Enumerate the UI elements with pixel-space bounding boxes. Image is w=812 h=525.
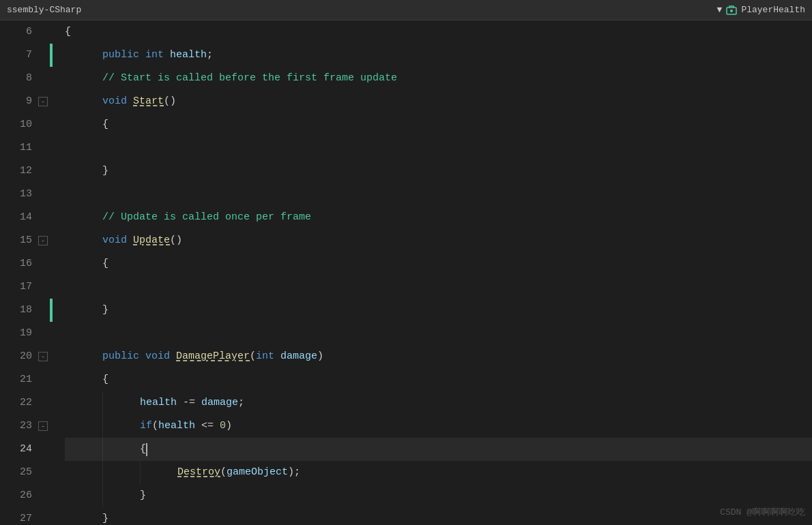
token-type: int [145, 44, 170, 67]
fold-indicator[interactable]: - [38, 345, 50, 368]
fold-indicator[interactable]: - [38, 90, 50, 113]
fold-indicator [38, 136, 50, 160]
token-punctuation: ; [207, 44, 213, 67]
line-number: 22 [0, 391, 32, 415]
code-line [65, 275, 812, 299]
line-number: 11 [0, 136, 32, 160]
token-keyword: public [102, 44, 145, 67]
line-number: 27 [0, 507, 32, 525]
token-punctuation: { [65, 20, 71, 44]
code-line: { [65, 368, 812, 391]
token-punctuation: } [140, 484, 146, 507]
dropdown-arrow[interactable]: ▼ [717, 5, 723, 15]
fold-indicator [38, 160, 50, 183]
token-operator: -= [177, 391, 201, 415]
token-keyword: void [145, 345, 176, 368]
token-keyword: public [102, 345, 145, 368]
code-area[interactable]: {public int health;// Start is called be… [65, 20, 812, 525]
code-line: public void DamagePlayer(int damage) [65, 345, 812, 368]
top-bar: ssembly-CSharp ▼ PlayerHealth [0, 0, 812, 20]
token-punctuation: ; [238, 391, 244, 415]
line-number: 8 [0, 67, 32, 90]
code-line: // Start is called before the first fram… [65, 67, 812, 90]
fold-indicators[interactable]: ---- [38, 20, 50, 525]
line-number: 21 [0, 368, 32, 391]
token-punctuation: () [170, 229, 182, 252]
line-number: 6 [0, 20, 32, 44]
code-line: { [65, 113, 812, 136]
token-variable: health [170, 44, 207, 67]
fold-indicator [38, 322, 50, 345]
fold-indicator [38, 438, 50, 461]
token-punctuation: { [102, 113, 108, 136]
token-punctuation: ( [152, 415, 158, 438]
editor-container: 6789101112131415161718192021222324252627… [0, 20, 812, 525]
code-line: } [65, 507, 812, 525]
line-number: 26 [0, 484, 32, 507]
token-punctuation: () [164, 90, 176, 113]
line-number: 23 [0, 415, 32, 438]
line-numbers: 6789101112131415161718192021222324252627… [0, 20, 38, 525]
token-variable: damage [201, 391, 238, 415]
text-cursor [146, 443, 147, 456]
fold-indicator [38, 484, 50, 507]
code-line: } [65, 484, 812, 507]
code-line: if(health <= 0) [65, 415, 812, 438]
fold-indicator [38, 368, 50, 391]
line-number: 25 [0, 461, 32, 484]
code-line: { [65, 438, 812, 461]
token-number: 0 [220, 415, 226, 438]
token-variable: damage [280, 345, 317, 368]
code-line: { [65, 252, 812, 275]
token-variable: gameObject [227, 461, 288, 484]
file-path: ssembly-CSharp [7, 5, 81, 15]
code-line [65, 322, 812, 345]
token-punctuation: ) [226, 415, 232, 438]
line-number: 20 [0, 345, 32, 368]
code-line: void Update() [65, 229, 812, 252]
svg-point-1 [730, 10, 733, 12]
line-number: 9 [0, 90, 32, 113]
token-punctuation: ( [250, 345, 256, 368]
fold-indicator [38, 275, 50, 299]
fold-indicator [38, 20, 50, 44]
line-number: 10 [0, 113, 32, 136]
token-keyword: if [140, 415, 152, 438]
line-number: 16 [0, 252, 32, 275]
token-punctuation: ); [288, 461, 300, 484]
token-method: Update [133, 229, 170, 252]
token-keyword: void [102, 90, 133, 113]
code-line: void Start() [65, 90, 812, 113]
class-icon [726, 5, 737, 16]
token-punctuation: } [102, 507, 108, 525]
line-number: 24 [0, 438, 32, 461]
fold-indicator[interactable]: - [38, 415, 50, 438]
line-number: 18 [0, 299, 32, 322]
fold-indicator [38, 252, 50, 275]
token-comment: // Start is called before the first fram… [102, 67, 397, 90]
indent-guide-area [53, 20, 65, 525]
token-punctuation: { [140, 438, 146, 461]
token-type: int [256, 345, 280, 368]
token-punctuation: } [102, 299, 108, 322]
line-number: 17 [0, 275, 32, 299]
fold-indicator [38, 507, 50, 525]
token-punctuation: { [102, 368, 108, 391]
code-line: health -= damage; [65, 391, 812, 415]
class-name: PlayerHealth [741, 5, 805, 15]
fold-indicator[interactable]: - [38, 229, 50, 252]
token-method: DamagePlayer [176, 345, 250, 368]
line-number: 19 [0, 322, 32, 345]
token-variable: health [140, 391, 177, 415]
fold-indicator [38, 206, 50, 229]
token-punctuation: { [102, 252, 108, 275]
token-punctuation: ) [317, 345, 323, 368]
token-operator: <= [195, 415, 220, 438]
token-keyword: void [102, 229, 133, 252]
token-variable: health [158, 415, 195, 438]
token-punctuation: ( [220, 461, 227, 484]
line-number: 7 [0, 44, 32, 67]
fold-indicator [38, 44, 50, 67]
fold-indicator [38, 461, 50, 484]
code-line: } [65, 160, 812, 183]
